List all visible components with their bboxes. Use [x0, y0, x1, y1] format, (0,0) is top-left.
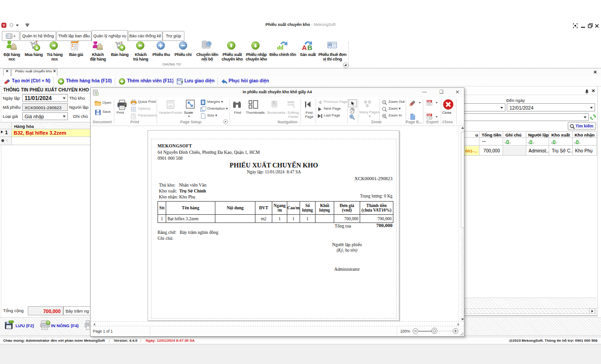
- svg-text:c: c: [579, 141, 581, 144]
- svg-text:a: a: [551, 141, 553, 144]
- svg-text:c: c: [509, 141, 511, 144]
- svg-text:a: a: [574, 141, 576, 144]
- svg-text:c: c: [556, 141, 558, 144]
- svg-text:PDF: PDF: [427, 101, 431, 103]
- svg-text:a: a: [504, 141, 506, 144]
- svg-text:?: ?: [132, 115, 135, 119]
- svg-text:A: A: [302, 44, 307, 51]
- svg-text:c: c: [533, 141, 535, 144]
- svg-text:PDF: PDF: [427, 114, 431, 116]
- svg-text:a: a: [528, 141, 530, 144]
- svg-text:?: ?: [47, 321, 50, 325]
- svg-text:B: B: [307, 44, 312, 51]
